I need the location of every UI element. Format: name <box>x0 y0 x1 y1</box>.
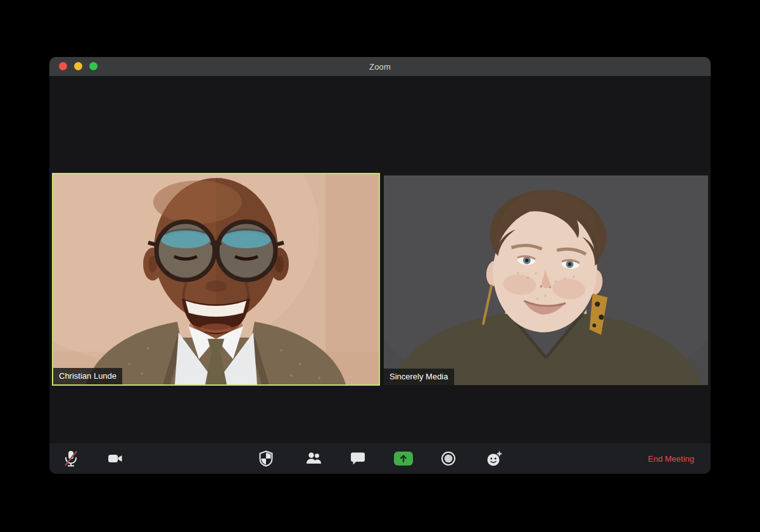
participant-video-sincerely-media <box>384 175 708 385</box>
traffic-lights <box>59 62 98 70</box>
participants-icon <box>306 452 322 466</box>
chat-bubble-icon <box>350 452 365 466</box>
window-titlebar: Zoom <box>49 57 711 76</box>
participant-name-badge: Christian Lunde <box>53 368 122 384</box>
video-tile-sincerely-media[interactable]: Sincerely Media <box>384 175 708 385</box>
close-window-button[interactable] <box>59 62 67 70</box>
end-meeting-button[interactable]: End Meeting <box>648 443 694 474</box>
chat-button[interactable] <box>345 446 370 471</box>
meeting-toolbar: End Meeting <box>49 443 711 474</box>
share-screen-icon <box>398 453 408 464</box>
zoom-app-window: Zoom <box>49 57 711 474</box>
video-button[interactable] <box>103 446 128 471</box>
security-button[interactable] <box>253 446 279 471</box>
video-grid: Christian Lunde <box>49 76 711 443</box>
security-shield-icon <box>258 450 274 467</box>
minimize-icon <box>74 62 82 70</box>
participants-button[interactable] <box>301 446 326 471</box>
participant-video-christian-lunde <box>53 174 379 384</box>
reactions-button[interactable] <box>481 446 507 471</box>
participant-name-badge: Sincerely Media <box>384 369 454 385</box>
maximize-window-button[interactable] <box>89 62 98 70</box>
close-icon <box>59 62 67 70</box>
video-camera-icon <box>108 451 123 466</box>
minimize-window-button[interactable] <box>74 62 82 70</box>
video-tile-christian-lunde[interactable]: Christian Lunde <box>52 173 380 386</box>
maximize-icon <box>89 62 98 70</box>
desktop-background: Zoom <box>0 0 760 532</box>
record-button[interactable] <box>436 446 461 471</box>
share-screen-button[interactable] <box>391 446 416 471</box>
microphone-muted-icon <box>63 450 79 467</box>
share-screen-pill <box>394 452 413 466</box>
reactions-icon <box>486 451 502 467</box>
mute-button[interactable] <box>58 446 84 471</box>
window-title: Zoom <box>369 62 391 72</box>
record-icon <box>441 451 456 466</box>
